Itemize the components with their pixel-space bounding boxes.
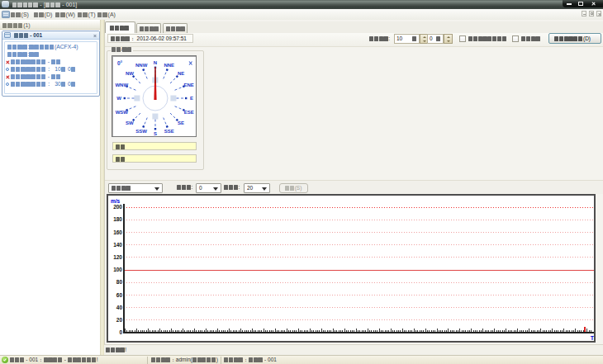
svg-text:E: E (190, 96, 193, 101)
svg-text:SE: SE (178, 121, 184, 125)
svg-text:NE: NE (178, 71, 184, 76)
svg-text:NNW: NNW (135, 63, 148, 68)
svg-text:SSW: SSW (135, 129, 147, 134)
svg-text:SW: SW (126, 121, 134, 125)
svg-text:100: 100 (113, 267, 122, 272)
svg-text:60: 60 (116, 292, 123, 298)
svg-text:180: 180 (113, 216, 122, 222)
svg-text:NW: NW (126, 71, 134, 76)
svg-text:WSW: WSW (116, 110, 129, 115)
svg-text:ESE: ESE (184, 110, 194, 115)
svg-text:N: N (154, 60, 157, 65)
svg-text:80: 80 (116, 279, 123, 285)
svg-text:20: 20 (116, 317, 123, 323)
svg-text:140: 140 (113, 242, 122, 248)
svg-text:W: W (116, 96, 121, 101)
svg-text:S: S (154, 131, 157, 136)
svg-text:SSE: SSE (164, 129, 174, 134)
svg-text:120: 120 (113, 254, 122, 260)
svg-text:m/s: m/s (111, 198, 121, 204)
svg-text:200: 200 (113, 204, 122, 210)
svg-text:T: T (591, 335, 594, 341)
svg-text:0: 0 (119, 329, 122, 335)
svg-text:160: 160 (113, 229, 122, 235)
svg-text:WNW: WNW (115, 83, 128, 87)
svg-text:0°: 0° (117, 60, 123, 66)
svg-text:40: 40 (116, 305, 123, 310)
svg-text:ENE: ENE (184, 83, 194, 87)
svg-text:NNE: NNE (164, 63, 174, 68)
